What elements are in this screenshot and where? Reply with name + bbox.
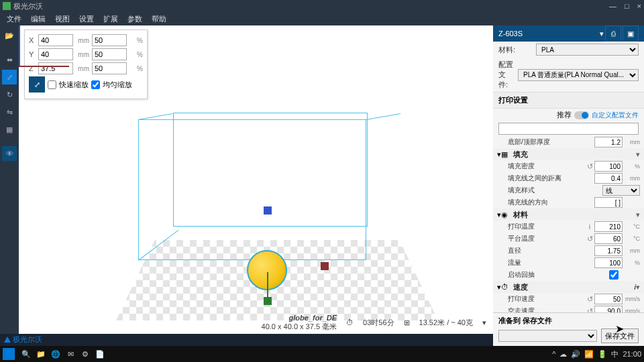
mesh-icon[interactable]: ▦: [2, 122, 17, 137]
tray-volume-icon[interactable]: 🔊: [571, 350, 580, 359]
tb-search-icon[interactable]: 🔍: [19, 350, 34, 359]
tb-settings-icon[interactable]: ⚙: [78, 350, 93, 359]
save-button[interactable]: 保存文件: [601, 328, 639, 343]
axis-x-handle[interactable]: [321, 262, 329, 270]
infill-density-input[interactable]: [594, 161, 623, 172]
infill-dir-input[interactable]: [594, 197, 623, 208]
time-icon: ⏱: [346, 318, 354, 326]
weight-icon: ⊞: [404, 318, 410, 327]
menu-view[interactable]: 视图: [51, 13, 74, 25]
viewport-3d[interactable]: X mm % Y mm % Z mm % ⤢: [19, 25, 493, 334]
printer-name[interactable]: Z-603S: [498, 29, 600, 38]
axis-x[interactable]: [19, 66, 69, 67]
mirror-icon[interactable]: ⇋: [2, 105, 17, 119]
maximize-button[interactable]: □: [625, 2, 629, 10]
tray-cloud-icon[interactable]: ☁: [559, 350, 567, 359]
menu-settings[interactable]: 设置: [75, 13, 98, 25]
tb-app-icon[interactable]: 📄: [93, 350, 107, 359]
save-target-select[interactable]: [498, 330, 597, 342]
tb-browser-icon[interactable]: 🌐: [48, 350, 63, 359]
filament-usage: 13.52米 / ~ 40克: [419, 318, 473, 328]
printer-icon[interactable]: ⎙: [605, 25, 621, 42]
left-toolbar: 📂 ⬌ ⤢ ↻ ⇋ ▦ 👁: [0, 25, 19, 334]
menu-file[interactable]: 文件: [3, 13, 25, 25]
tray-battery-icon[interactable]: 🔋: [598, 350, 607, 359]
infill-pattern-select[interactable]: 线: [602, 185, 640, 196]
print-temp-input[interactable]: [594, 221, 623, 232]
material-select[interactable]: PLA: [536, 44, 639, 56]
profile-select[interactable]: PLA 普通质量(PLA Normal Qual...: [518, 69, 639, 81]
wall-label: 底部/顶部厚度: [497, 137, 594, 147]
print-speed-input[interactable]: [594, 294, 623, 304]
infill-dist-input[interactable]: [594, 173, 623, 184]
monitor-icon[interactable]: ▣: [623, 25, 639, 42]
recommend-toggle[interactable]: [574, 111, 589, 119]
eye-icon[interactable]: 👁: [2, 146, 17, 161]
rotate-icon[interactable]: ↻: [2, 87, 17, 102]
axis-y-handle[interactable]: [264, 206, 272, 215]
retract-checkbox[interactable]: [609, 270, 619, 280]
app-icon: [3, 2, 11, 10]
tray-ime-icon[interactable]: 中: [611, 349, 619, 359]
menu-params[interactable]: 参数: [123, 13, 146, 25]
bed-temp-input[interactable]: [594, 233, 623, 244]
axis-z[interactable]: [267, 272, 268, 300]
print-settings-title: 打印设置: [493, 92, 644, 109]
minimize-button[interactable]: —: [609, 2, 616, 10]
reset-icon[interactable]: ↺: [585, 162, 594, 171]
model-name: globe_for_DE: [262, 314, 337, 322]
menu-help[interactable]: 帮助: [148, 13, 170, 25]
system-tray: ^ ☁ 🔊 📶 🔋 中 21:00: [552, 349, 641, 359]
custom-profile-link[interactable]: 自定义配置文件: [592, 111, 639, 120]
app-title: 极光尔沃: [13, 1, 609, 11]
menubar: 文件 编辑 视图 设置 扩展 参数 帮助: [0, 12, 644, 25]
info-icon[interactable]: i: [585, 223, 594, 231]
right-panel: Z-603S ▾ ⎙ ▣ 材料: PLA 配置文件: PLA 普通质量(PLA …: [493, 25, 644, 334]
start-button[interactable]: [3, 348, 15, 360]
axis-y[interactable]: [19, 25, 20, 66]
scale-icon[interactable]: ⤢: [2, 70, 17, 84]
save-title: 准备到 保存文件: [498, 316, 639, 326]
axis-z-handle[interactable]: [264, 297, 272, 305]
close-button[interactable]: ×: [637, 2, 641, 10]
settings-search-input[interactable]: [498, 123, 639, 135]
recommend-label: 推荐: [557, 110, 572, 120]
model-dims: 40.0 x 40.0 x 37.5 毫米: [262, 322, 337, 332]
logo-icon: [4, 337, 11, 343]
flow-input[interactable]: [594, 257, 623, 268]
move-icon[interactable]: ⬌: [2, 52, 17, 67]
tb-explorer-icon[interactable]: 📁: [34, 350, 48, 359]
tb-mail-icon[interactable]: ✉: [63, 350, 78, 359]
category-speed[interactable]: ▾⏱ 速度 i▾: [493, 281, 644, 293]
save-panel: 准备到 保存文件 保存文件: [493, 312, 644, 346]
bottom-info-bar: globe_for_DE 40.0 x 40.0 x 37.5 毫米 ⏱ 03时…: [19, 314, 493, 331]
chevron-down-icon[interactable]: ▾: [482, 318, 486, 327]
open-icon[interactable]: 📂: [2, 28, 17, 43]
category-material[interactable]: ▾◉ 材料▾: [493, 208, 644, 221]
printer-header: Z-603S ▾ ⎙ ▣: [493, 25, 644, 42]
clock[interactable]: 21:00: [623, 350, 641, 358]
titlebar: 极光尔沃 — □ ×: [0, 0, 644, 12]
diameter-input[interactable]: [594, 245, 623, 256]
tray-network-icon[interactable]: 📶: [584, 350, 594, 359]
taskbar: 🔍 📁 🌐 ✉ ⚙ 📄 ^ ☁ 🔊 📶 🔋 中 21:00: [0, 346, 644, 362]
scene: [19, 25, 493, 334]
profile-label: 配置文件:: [498, 60, 514, 90]
footer-logo: 极光尔沃: [4, 335, 42, 345]
wall-value[interactable]: [594, 137, 623, 147]
menu-edit[interactable]: 编辑: [27, 13, 50, 25]
material-label: 材料:: [498, 45, 532, 55]
menu-extensions[interactable]: 扩展: [99, 13, 122, 25]
category-infill[interactable]: ▾▦ 填充 ▾: [493, 148, 644, 160]
print-time: 03时56分: [363, 318, 394, 328]
tray-up-icon[interactable]: ^: [552, 350, 555, 358]
